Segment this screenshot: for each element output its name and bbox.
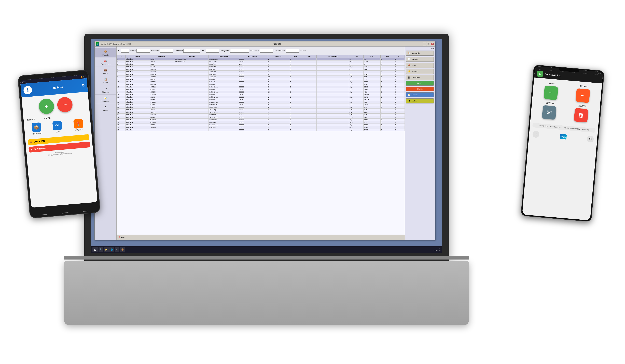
table-row[interactable]: 9Chauffage1007561Robinet m…CEDEO403,733,…	[117, 78, 405, 81]
table-cell	[209, 129, 238, 131]
nav-home[interactable]	[62, 212, 68, 214]
soltiscan-settings-icon[interactable]: ⚙	[82, 83, 85, 87]
table-cell: 23	[117, 113, 125, 116]
table-cell: Coude de r…	[209, 119, 238, 121]
table-row[interactable]: 23Chauffage1030219Coude de…CEDEO805,3842…	[117, 113, 405, 116]
delete-button[interactable]: 🗑	[574, 108, 588, 123]
table-row[interactable]: 4Chauffage1037 18Robinet m…CEDEO15022,65…	[117, 66, 405, 68]
taskbar-app1[interactable]: 📦	[120, 247, 125, 252]
nav-recent[interactable]	[83, 211, 88, 212]
output-button[interactable]: −	[576, 88, 590, 103]
table-cell: 0	[394, 78, 405, 81]
table-cell: 0	[363, 63, 380, 66]
table-cell: 11,47	[349, 116, 364, 119]
table-cell: Chauffage	[125, 104, 149, 106]
table-row[interactable]: 24Chauffage140645Té de régl…CEDEO3011,47…	[117, 116, 405, 119]
alarmes-label: Alarmes	[412, 70, 417, 72]
sidebar-item-fournisseurs[interactable]: 🏭 Fournisseurs	[95, 57, 116, 67]
sidebar-item-outils[interactable]: ⚙ Outils	[95, 104, 116, 113]
grid-inventaire[interactable]: 📦 INVENTAIRE	[27, 122, 47, 135]
grid-repliquer[interactable]: 📍 RÉPLICER	[68, 118, 89, 132]
table-row[interactable]: 14Chauffage1037348Robinet ko…CEDEO10013,…	[117, 91, 405, 93]
table-row[interactable]: 19Chauffage10733eBouchon p…CEDEO303,1728…	[117, 104, 405, 106]
export-button[interactable]: 📤 Export	[406, 63, 434, 68]
codebarre-button[interactable]: ||| Code-Barre	[406, 75, 434, 80]
info-button[interactable]: ℹ	[532, 131, 539, 138]
modifier-button[interactable]: ⚙ Modifier	[406, 98, 434, 104]
table-row[interactable]: 27Chauffage17k709Raccord d…CEDEO0017,373…	[117, 124, 405, 126]
taskbar-files[interactable]: 📁	[104, 247, 109, 252]
table-row[interactable]: 6Chauffage1037213Adaptone…CEDEO3000	[117, 71, 405, 73]
sidebar-item-commandes[interactable]: 📝 Commandes	[95, 95, 116, 104]
grid-voir[interactable]: 👁 VOIR	[47, 120, 68, 134]
toolbar-field-total: ☑ Total	[300, 50, 306, 52]
table-row[interactable]: 20Chauffage10768e7CM 8 Cons…CEDEO101,875…	[117, 106, 405, 109]
reference-input[interactable]	[160, 49, 173, 53]
table-cell: R14502e	[149, 121, 174, 124]
table-row[interactable]: 1Chauffage1034473435630093466Ensemble…CE…	[117, 58, 405, 60]
designation-input[interactable]	[230, 49, 249, 53]
id-input[interactable]	[121, 49, 129, 53]
sidebar-item-etiquettes[interactable]: 🏷 Etiquettes	[95, 85, 116, 95]
famille-input[interactable]	[136, 49, 150, 53]
minimize-button[interactable]: —	[423, 43, 426, 45]
table-cell: 0	[380, 111, 394, 113]
sidebar-item-affaires[interactable]: 💼 Affaires	[95, 67, 116, 76]
table-row[interactable]: 7Chauffage1037175Adaptone…CEDEO103,1515,…	[117, 73, 405, 76]
remove-stock-button[interactable]: −	[57, 96, 73, 113]
table-row[interactable]: 2Chauffage1384203086911143437Kit de Dou……	[117, 60, 405, 63]
table-cell	[174, 111, 209, 113]
sidebar-item-produits[interactable]: 📦 Produits	[95, 48, 116, 57]
close-button[interactable]: ✕	[431, 43, 434, 45]
table-row[interactable]: 3Chauffage10321Joint filtreNEO500000	[117, 63, 405, 66]
commande-button[interactable]: 📋 Commande	[406, 51, 434, 56]
table-row[interactable]: 12Chauffage1007312Robinet th…CEDEO3011,9…	[117, 86, 405, 88]
ref2-input[interactable]	[206, 49, 219, 53]
modifier-label: Modifier	[412, 100, 417, 102]
table-row[interactable]: 18Chauffage1070333Bouchon p…CEDEO4014,54…	[117, 101, 405, 104]
table-cell: 3	[267, 109, 289, 111]
table-row[interactable]: 17Chauffage190386Robinet m…CEDEO3011,991…	[117, 98, 405, 101]
table-row[interactable]: 10Chauffage9772000Robinet…CEDEO2048,4519…	[117, 81, 405, 83]
sortie-button[interactable]: Sortie	[406, 87, 434, 91]
table-row[interactable]: 22Chauffage1901377Té de régl…CEDEO808,83…	[117, 111, 405, 113]
table-cell: 0	[394, 66, 405, 68]
table-row[interactable]: 16Chauffage143045Robinet kp…CEDEO1015,13…	[117, 96, 405, 98]
table-cell: 1070333	[149, 101, 174, 104]
sidebar-item-journal[interactable]: 📋 Journal	[95, 76, 116, 85]
table-row[interactable]: 11Chauffage1007380Robinet…CEDEO2021,7443…	[117, 83, 405, 86]
nav-back[interactable]	[42, 214, 47, 215]
table-cell: 0	[289, 106, 302, 109]
table-row[interactable]: 21Chauffage14e061Té de régl…CEDEO301,391…	[117, 109, 405, 111]
rabattre-button[interactable]: 📄 Rabattre	[406, 57, 434, 62]
input-button[interactable]: +	[544, 85, 558, 100]
export-button-right[interactable]: ✉	[542, 105, 557, 120]
table-row[interactable]: 29ChauffageCEDEO0034,3134,3100	[117, 129, 405, 131]
table-cell	[302, 88, 316, 91]
taskbar-mail[interactable]: ✉	[115, 247, 120, 252]
table-cell: Chauffage	[125, 73, 149, 76]
table-row[interactable]: 5Chauffage1037214Adaptone…CEDEO104,2384,…	[117, 68, 405, 71]
entree-button[interactable]: Entrée	[406, 81, 434, 85]
table-cell: Chauffage	[125, 96, 149, 98]
table-row[interactable]: 8Chauffage1037130Adaptone…CEDEO3004,2810…	[117, 76, 405, 78]
products-table-container[interactable]: # Famille Référence Code EAN Désignation…	[117, 55, 405, 235]
taskbar-browser[interactable]: 🌐	[109, 247, 114, 252]
table-cell: 0	[289, 91, 302, 93]
table-row[interactable]: 25ChauffageR14503eCoude de r…CEDEO0010,6…	[117, 119, 405, 121]
start-button[interactable]: ⊞	[93, 247, 98, 252]
emplacement-input[interactable]	[286, 49, 299, 53]
phone-left-time: 19:25	[22, 81, 26, 83]
table-row[interactable]: 15Chauffage3771-999Robinet f…CEDEO0011,7…	[117, 93, 405, 96]
maximize-button[interactable]: □	[427, 43, 430, 45]
nouveau-button[interactable]: 📝 Nouveau	[406, 92, 434, 97]
fournisseur-input[interactable]	[260, 49, 273, 53]
table-row[interactable]: 26ChauffageR14502eCoude de…CEDEO0020,441…	[117, 121, 405, 124]
alarmes-button[interactable]: 🔔 Alarmes	[406, 69, 434, 74]
codeean-input[interactable]	[183, 49, 200, 53]
table-row[interactable]: 28Chauffage138226eRaccord d…CEDEO0044,01…	[117, 126, 405, 129]
taskbar-search[interactable]: 🔍	[98, 247, 103, 252]
settings-gear-button[interactable]: ⚙	[587, 136, 594, 143]
table-row[interactable]: 13Chauffage103781Robinet th…CEDEO1013,84…	[117, 88, 405, 91]
add-stock-button[interactable]: +	[38, 98, 55, 114]
